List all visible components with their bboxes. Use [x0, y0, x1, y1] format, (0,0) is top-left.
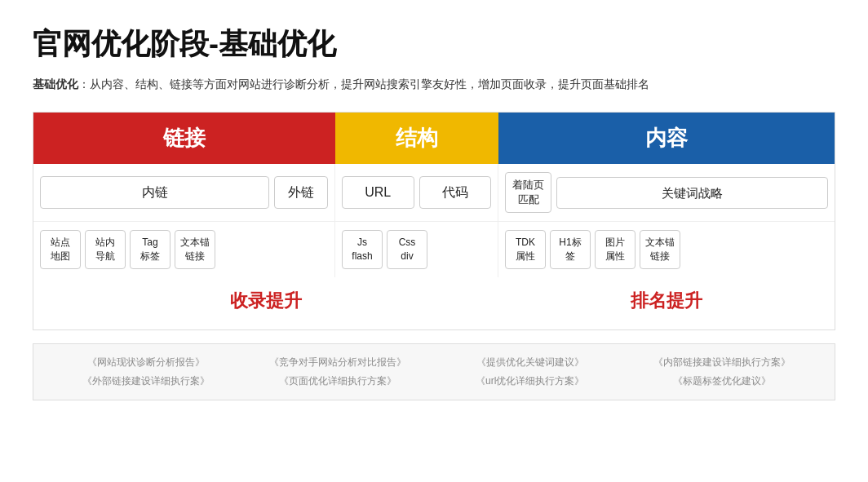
summary-right: 排名提升: [498, 281, 835, 321]
detail-css-div: Cssdiv: [387, 230, 427, 269]
main-diagram: 链接 结构 内容 内链 外链 URL 代码 着陆页匹配 关键词战略 站点地图 站…: [33, 112, 835, 330]
box-neichain: 内链: [40, 176, 269, 209]
detail-text-anchor: 文本锚链接: [640, 230, 680, 269]
subtitle-prefix: 基础优化: [33, 77, 78, 91]
subtitle: 基础优化：从内容、结构、链接等方面对网站进行诊断分析，提升网站搜索引擎友好性，增…: [33, 77, 835, 92]
summary-row: 收录提升 排名提升: [33, 281, 835, 321]
detail-content: TDK属性 H1标签 图片属性 文本锚链接: [498, 222, 835, 277]
box-keyword: 关键词战略: [556, 177, 828, 209]
detail-tdk: TDK属性: [505, 230, 546, 269]
summary-ranking: 排名提升: [631, 289, 702, 313]
detail-sitemap: 站点地图: [40, 230, 81, 269]
header-links: 链接: [33, 113, 335, 164]
header-row: 链接 结构 内容: [33, 113, 835, 164]
structure-sub: URL 代码: [335, 164, 498, 221]
header-structure: 结构: [335, 113, 498, 164]
header-content: 内容: [498, 113, 835, 164]
box-url: URL: [342, 176, 414, 209]
detail-img: 图片属性: [595, 230, 636, 269]
summary-collection: 收录提升: [230, 289, 302, 313]
summary-left: 收录提升: [33, 281, 498, 321]
detail-row: 站点地图 站内导航 Tag标签 文本锚链接 Jsflash Cssdiv TDK…: [33, 222, 835, 277]
box-waichain: 外链: [274, 176, 328, 209]
detail-text-link: 文本锚链接: [175, 230, 215, 269]
subtitle-body: ：从内容、结构、链接等方面对网站进行诊断分析，提升网站搜索引擎友好性，增加页面收…: [78, 77, 649, 91]
bottom-item-6: 《页面优化详细执行方案》: [242, 374, 435, 388]
bottom-item-5: 《外部链接建设详细执行案》: [50, 374, 242, 388]
box-code: 代码: [419, 176, 492, 209]
bottom-section: 《网站现状诊断分析报告》 《竞争对手网站分析对比报告》 《提供优化关键词建议》 …: [33, 343, 835, 400]
bottom-item-7: 《url优化详细执行方案》: [434, 374, 627, 388]
bottom-item-1: 《网站现状诊断分析报告》: [50, 356, 242, 369]
detail-js-flash: Jsflash: [342, 230, 383, 269]
content-sub: 着陆页匹配 关键词战略: [498, 164, 835, 221]
links-sub: 内链 外链: [33, 164, 335, 221]
bottom-item-4: 《内部链接建设详细执行方案》: [627, 356, 819, 369]
bottom-item-8: 《标题标签优化建议》: [627, 374, 819, 388]
bottom-item-3: 《提供优化关键词建议》: [434, 356, 627, 369]
bottom-item-2: 《竞争对手网站分析对比报告》: [242, 356, 435, 369]
box-landing: 着陆页匹配: [505, 172, 551, 213]
detail-h1: H1标签: [550, 230, 591, 269]
detail-links: 站点地图 站内导航 Tag标签 文本锚链接: [33, 222, 335, 277]
detail-structure: Jsflash Cssdiv: [335, 222, 498, 277]
page-title: 官网优化阶段-基础优化: [33, 24, 835, 64]
detail-site-nav: 站内导航: [85, 230, 126, 269]
detail-tag: Tag标签: [130, 230, 170, 269]
sub-categories-row: 内链 外链 URL 代码 着陆页匹配 关键词战略: [33, 164, 835, 222]
